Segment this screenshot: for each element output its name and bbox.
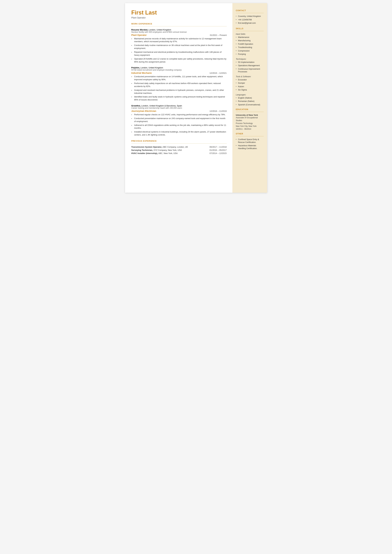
edu-1: University of New York Associate of Occu… (236, 114, 264, 130)
candidate-title: Plant Operator (131, 16, 227, 19)
lang-romanian: Romanian (Native) (236, 100, 264, 103)
bullet: Conducted preventative maintenance on 14… (131, 75, 227, 81)
resume-page: First Last Plant Operator WORK EXPERIENC… (125, 3, 267, 193)
other-cert-1: Confined Space Entry & Rescue Certificat… (236, 138, 264, 144)
company-3-tagline: Career training and membership SaaS with… (131, 107, 227, 109)
bullet: Analyzed and resolved mechanical problem… (131, 89, 227, 95)
sidebar: CONTACT Coventry, United Kingdom +44 123… (232, 3, 267, 193)
job-2-title: Industrial Mechanic (131, 72, 152, 74)
company-2-name: Polyhire, London, United Kingdom (131, 66, 227, 69)
bullet: Adhered to all OSHA regulations while wo… (131, 124, 227, 130)
education-divider (236, 112, 264, 112)
job-1: Resume Worded, London, United Kingdom Nu… (131, 28, 227, 63)
skill-forklift: Forklift Operation (236, 43, 264, 46)
prev-row-2: Surveying Technician, XYZ Company, New Y… (131, 149, 227, 151)
bullet: Operated 29 forklifts and 12 cranes to c… (131, 57, 227, 63)
education-title: EDUCATION (236, 108, 264, 111)
technique-5s: 5S Implementation (236, 61, 264, 64)
technique-ops-mgmt: Operations Management (236, 64, 264, 67)
bullet: Repaired mechanical and electrical probl… (131, 51, 227, 57)
education-section: EDUCATION University of New York Associa… (236, 108, 264, 130)
contact-section: CONTACT Coventry, United Kingdom +44 123… (236, 9, 264, 25)
lang-english: English (Native) (236, 97, 264, 99)
tool-kaizen: Kaizen (236, 85, 264, 88)
languages-label: Languages: (236, 94, 264, 96)
work-experience-section: WORK EXPERIENCE Resume Worded, London, U… (131, 23, 227, 136)
job-2: Polyhire, London, United Kingdom NYSE-li… (131, 66, 227, 101)
job-3-dates: 12/2018 – 11/2019 (210, 110, 227, 112)
languages-list: English (Native) Romanian (Native) Spani… (236, 97, 264, 106)
contact-email: first.last@gmail.com (236, 22, 264, 25)
skills-section: SKILLS Hard Skills: Maintenance Manufact… (236, 28, 264, 106)
job-1-title: Plant Operator (131, 34, 147, 36)
prev-row-1: Transmission System Operator, ABC Compan… (131, 146, 227, 148)
job-1-dates: 01/2021 – Present (210, 34, 227, 36)
bullet: Conducted daily routine maintenance on 3… (131, 44, 227, 50)
tools-list: Excavator Dumper Kaizen Six Sigma (236, 78, 264, 91)
bullet: Maintained precise records of daily main… (131, 37, 227, 43)
skill-troubleshooting: Troubleshooting (236, 46, 264, 49)
techniques-label: Techniques: (236, 58, 264, 60)
skill-manufacturing: Manufacturing (236, 39, 264, 42)
job-1-header: Plant Operator 01/2021 – Present (131, 34, 227, 36)
bullet: Installed electrical systems in industri… (131, 130, 227, 136)
job-2-bullets: Conducted preventative maintenance on 14… (131, 75, 227, 101)
tools-label: Tools & Software: (236, 76, 264, 78)
bullet: Conducted preventative maintenance on 24… (131, 117, 227, 123)
company-2-tagline: NYSE-listed recruitment and employer bra… (131, 69, 227, 71)
job-3-bullets: Performed regular checks on 122 HVAC uni… (131, 113, 227, 136)
hard-skills-list: Maintenance Manufacturing Forklift Opera… (236, 36, 264, 56)
tool-dumper: Dumper (236, 82, 264, 85)
contact-phone: +44 123456789 (236, 19, 264, 21)
lang-spanish: Spanish (Conversational) (236, 104, 264, 106)
skill-compression: Compression (236, 49, 264, 52)
contact-location: Coventry, United Kingdom (236, 15, 264, 18)
school-name: University of New York (236, 114, 264, 116)
prev-row-3-dates: 07/2014 – 12/2015 (210, 152, 227, 154)
bullet: Identified leaks and faulty seals in hyd… (131, 95, 227, 101)
prev-row-1-dates: 06/2017 – 11/2018 (210, 146, 227, 148)
techniques-list: 5S Implementation Operations Management … (236, 61, 264, 73)
main-column: First Last Plant Operator WORK EXPERIENC… (125, 3, 232, 193)
skills-title: SKILLS (236, 28, 264, 30)
skills-divider (236, 31, 264, 31)
job-2-dates: 12/2019 – 12/2021 (210, 72, 227, 74)
company-1-name: Resume Worded, London, United Kingdom (131, 28, 227, 31)
work-experience-title: WORK EXPERIENCE (131, 23, 227, 25)
technique-ci: Continuous Improvement Processes (236, 68, 264, 73)
bullet: Performed daily safety inspections on al… (131, 82, 227, 88)
tool-excavator: Excavator (236, 78, 264, 81)
header: First Last Plant Operator (131, 9, 227, 19)
bullet: Performed regular checks on 122 HVAC uni… (131, 113, 227, 116)
tool-sixsigma: Six Sigma (236, 89, 264, 91)
skill-maintenance: Maintenance (236, 36, 264, 39)
previous-experience-title: PREVIOUS EXPERIENCE (131, 140, 227, 142)
job-3-title: Journeyman Electrician (131, 110, 156, 112)
company-3-name: Growthsi, London, United Kingdom & Barce… (131, 105, 227, 107)
previous-experience-section: PREVIOUS EXPERIENCE Transmission System … (131, 140, 227, 154)
other-divider (236, 136, 264, 136)
hard-skills-label: Hard Skills: (236, 33, 264, 35)
contact-title: CONTACT (236, 9, 264, 12)
candidate-name: First Last (131, 9, 227, 16)
contact-list: Coventry, United Kingdom +44 123456789 f… (236, 15, 264, 25)
prev-row-1-left: Transmission System Operator, ABC Compan… (131, 146, 206, 148)
other-section: OTHER Confined Space Entry & Rescue Cert… (236, 133, 264, 150)
company-1-tagline: Nuclear facility with 500 employees and … (131, 31, 227, 33)
other-cert-2: Hazardous Materials Handling Certificati… (236, 144, 264, 150)
prev-divider (131, 143, 227, 144)
school-degree: Associate of Occupational Studies Proces… (236, 116, 264, 130)
job-1-bullets: Maintained precise records of daily main… (131, 37, 227, 63)
job-2-header: Industrial Mechanic 12/2019 – 12/2021 (131, 72, 227, 74)
prev-row-3: HVAC Installer (Internship), ABC, New Yo… (131, 152, 227, 154)
prev-row-3-left: HVAC Installer (Internship), ABC, New Yo… (131, 152, 206, 154)
prev-row-2-left: Surveying Technician, XYZ Company, New Y… (131, 149, 206, 151)
job-3-header: Journeyman Electrician 12/2018 – 11/2019 (131, 110, 227, 112)
skill-pumping: Pumping (236, 53, 264, 56)
prev-row-2-dates: 01/2016 – 05/2017 (210, 149, 227, 151)
other-list: Confined Space Entry & Rescue Certificat… (236, 138, 264, 150)
job-3: Growthsi, London, United Kingdom & Barce… (131, 105, 227, 136)
other-title: OTHER (236, 133, 264, 135)
